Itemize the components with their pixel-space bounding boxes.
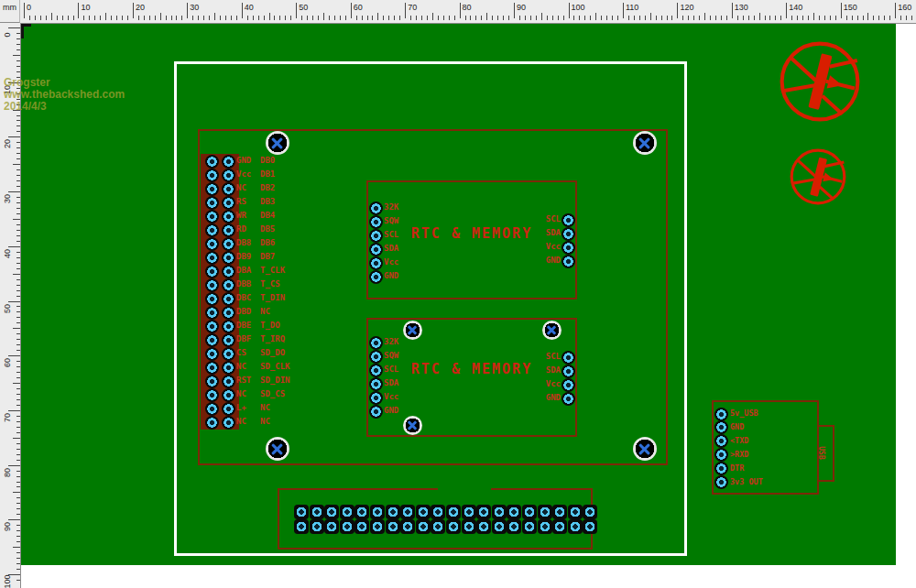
pin-label[interactable]: DBA xyxy=(236,267,251,275)
through-hole-pad[interactable] xyxy=(416,519,431,534)
through-hole-pad[interactable] xyxy=(714,448,728,462)
pin-label[interactable]: DBD xyxy=(236,308,251,316)
through-hole-pad[interactable] xyxy=(714,408,728,421)
pin-label[interactable]: T_IRQ xyxy=(260,335,285,343)
pin-label[interactable]: GND xyxy=(236,157,251,165)
pin-label[interactable]: T_DIN xyxy=(260,294,285,302)
through-hole-pad[interactable] xyxy=(369,391,383,405)
through-hole-pad[interactable] xyxy=(205,388,219,402)
through-hole-pad[interactable] xyxy=(205,278,219,292)
pin-label[interactable]: SDA xyxy=(384,245,398,253)
through-hole-pad[interactable] xyxy=(222,320,235,333)
pin-label[interactable]: DB2 xyxy=(260,184,275,192)
through-hole-pad[interactable] xyxy=(205,251,219,265)
pin-label[interactable]: SD_CLK xyxy=(260,363,290,371)
through-hole-pad[interactable] xyxy=(310,519,324,534)
pin-label[interactable]: DB6 xyxy=(260,239,275,247)
pin-label[interactable]: 32K xyxy=(384,203,398,212)
pin-label[interactable]: DBC xyxy=(236,294,251,302)
through-hole-pad[interactable] xyxy=(714,420,728,434)
through-hole-pad[interactable] xyxy=(222,306,235,320)
through-hole-pad[interactable] xyxy=(400,519,415,534)
through-hole-pad[interactable] xyxy=(369,350,383,364)
pin-label[interactable]: T_CLK xyxy=(260,267,285,275)
through-hole-pad[interactable] xyxy=(476,505,491,519)
transistor-symbol-icon[interactable] xyxy=(789,147,847,206)
through-hole-pad[interactable] xyxy=(507,505,521,519)
through-hole-pad[interactable] xyxy=(583,519,597,534)
pin-label[interactable]: SD_DO xyxy=(260,349,285,357)
through-hole-pad[interactable] xyxy=(370,519,385,534)
through-hole-pad[interactable] xyxy=(205,402,219,416)
pin-label[interactable]: DB9 xyxy=(236,253,251,261)
pin-label[interactable]: DB5 xyxy=(260,225,275,234)
through-hole-pad[interactable] xyxy=(205,265,219,278)
through-hole-pad[interactable] xyxy=(462,505,476,519)
through-hole-pad[interactable] xyxy=(222,333,235,347)
through-hole-pad[interactable] xyxy=(222,388,235,402)
pin-label[interactable]: NC xyxy=(260,308,270,316)
through-hole-pad[interactable] xyxy=(205,361,219,375)
through-hole-pad[interactable] xyxy=(714,462,728,475)
through-hole-pad[interactable] xyxy=(386,505,400,519)
module-title[interactable]: RTC & MEMORY xyxy=(366,227,577,241)
through-hole-pad[interactable] xyxy=(446,519,461,534)
through-hole-pad[interactable] xyxy=(386,519,400,534)
through-hole-pad[interactable] xyxy=(222,223,235,237)
through-hole-pad[interactable] xyxy=(583,505,597,519)
pin-label[interactable]: <TXD xyxy=(730,437,748,445)
through-hole-pad[interactable] xyxy=(354,505,369,519)
through-hole-pad[interactable] xyxy=(400,505,415,519)
through-hole-pad[interactable] xyxy=(205,320,219,333)
through-hole-pad[interactable] xyxy=(714,475,728,489)
through-hole-pad[interactable] xyxy=(205,416,219,430)
pin-label[interactable]: GND xyxy=(384,272,398,280)
through-hole-pad[interactable] xyxy=(492,519,507,534)
through-hole-pad[interactable] xyxy=(205,223,219,237)
pin-label[interactable]: GND xyxy=(451,256,561,265)
pin-label[interactable]: Vcc xyxy=(236,170,251,179)
pin-label[interactable]: DB3 xyxy=(260,198,275,206)
pin-label[interactable]: T_CS xyxy=(260,280,280,289)
through-hole-pad[interactable] xyxy=(552,505,567,519)
mount-pad[interactable] xyxy=(403,321,422,340)
through-hole-pad[interactable] xyxy=(354,519,369,534)
through-hole-pad[interactable] xyxy=(507,519,521,534)
pin-label[interactable]: SD_DIN xyxy=(260,376,290,385)
pin-label[interactable]: Vcc xyxy=(451,380,561,388)
through-hole-pad[interactable] xyxy=(431,505,445,519)
pin-label[interactable]: WR xyxy=(236,212,246,220)
through-hole-pad[interactable] xyxy=(222,361,235,375)
mount-pad[interactable] xyxy=(633,131,657,155)
through-hole-pad[interactable] xyxy=(446,505,461,519)
pin-label[interactable]: DB7 xyxy=(260,253,275,261)
through-hole-pad[interactable] xyxy=(562,392,575,406)
through-hole-pad[interactable] xyxy=(205,196,219,210)
pin-label[interactable]: 5v_USB xyxy=(730,409,758,418)
through-hole-pad[interactable] xyxy=(462,519,476,534)
pin-label[interactable]: NC xyxy=(236,418,246,426)
through-hole-pad[interactable] xyxy=(205,210,219,223)
pin-label[interactable]: NC xyxy=(236,363,246,371)
through-hole-pad[interactable] xyxy=(222,155,235,169)
pin-label[interactable]: RD xyxy=(236,225,246,234)
through-hole-pad[interactable] xyxy=(205,292,219,306)
through-hole-pad[interactable] xyxy=(370,505,385,519)
pin-label[interactable]: L+ xyxy=(236,404,246,412)
through-hole-pad[interactable] xyxy=(222,182,235,196)
pin-label[interactable]: GND xyxy=(730,423,744,431)
pin-label[interactable]: 3v3 OUT xyxy=(730,478,763,486)
pin-label[interactable]: Vcc xyxy=(384,393,398,401)
through-hole-pad[interactable] xyxy=(222,237,235,251)
pin-label[interactable]: SCL xyxy=(451,215,561,223)
through-hole-pad[interactable] xyxy=(369,270,383,284)
through-hole-pad[interactable] xyxy=(222,265,235,278)
through-hole-pad[interactable] xyxy=(522,505,537,519)
through-hole-pad[interactable] xyxy=(222,347,235,361)
through-hole-pad[interactable] xyxy=(222,375,235,388)
pin-label[interactable]: RS xyxy=(236,198,246,206)
through-hole-pad[interactable] xyxy=(476,519,491,534)
pin-label[interactable]: GND xyxy=(451,394,561,402)
through-hole-pad[interactable] xyxy=(222,402,235,416)
through-hole-pad[interactable] xyxy=(205,169,219,182)
